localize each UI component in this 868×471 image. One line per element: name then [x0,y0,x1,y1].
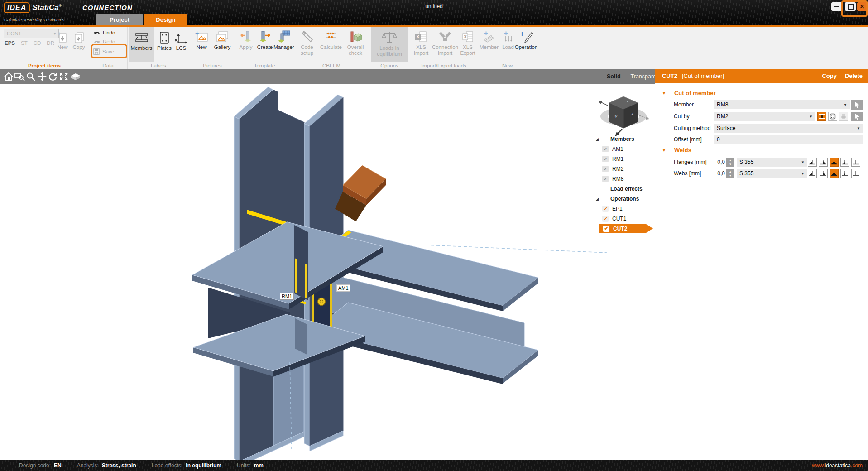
tree-item-rm8[interactable]: ✔RM8 [596,174,654,184]
home-view-button[interactable] [4,72,14,82]
webs-size-value[interactable]: 0,0 [714,169,725,178]
new-operation-button[interactable]: + Operation [516,28,537,50]
checkmark-icon[interactable]: ✔ [602,156,609,162]
tree-item-rm2[interactable]: ✔RM2 [596,164,654,174]
mode-st[interactable]: ST [21,40,28,46]
navigation-cube[interactable]: x +y z [594,87,653,138]
tree-item-ep1[interactable]: ✔EP1 [596,204,654,214]
spinner-down-icon[interactable]: ▼ [729,174,732,178]
member-pick-button[interactable] [851,100,863,110]
web-weld-type-left[interactable] [808,169,817,178]
spinner-down-icon[interactable]: ▼ [729,163,732,166]
redo-button[interactable]: Redo [93,37,115,46]
tree-item-cut2-selected[interactable]: ✔ CUT2 [596,224,654,234]
web-weld-type-both[interactable] [830,169,839,178]
cut-by-surface-toggle[interactable] [839,112,848,121]
restore-button[interactable] [845,2,856,11]
template-manager-button[interactable]: Manager [275,28,293,50]
flanges-stepper[interactable]: ▲▼ [726,158,734,167]
code-setup-button[interactable]: Code setup [296,28,318,56]
viewport-3d[interactable]: RM1 AM1 x +y z ◢ Members ✔AM1 ✔RM1 ✔RM2 … [0,84,655,460]
zoom-button[interactable] [26,72,36,82]
apply-template-button[interactable]: Apply [237,28,255,50]
connection-combo[interactable]: CON1▾ [4,29,59,38]
checkmark-icon[interactable]: ✔ [602,146,609,152]
model-label-rm1[interactable]: RM1 [280,293,294,300]
checkbox-checked-icon[interactable]: ✔ [603,226,609,232]
tree-group-load-effects[interactable]: Load effects [596,184,654,194]
website-link[interactable]: www.ideastatica.com [812,462,863,469]
cut-by-member-toggle[interactable] [817,112,826,121]
flanges-material-combo[interactable]: S 355▼ [737,158,807,167]
loads-in-equilibrium-toggle[interactable]: Loads in equilibrium [371,27,408,62]
tree-item-am1[interactable]: ✔AM1 [596,144,654,154]
close-button[interactable]: ✕ [857,2,867,11]
flange-weld-type-both[interactable] [830,158,839,167]
mode-eps[interactable]: EPS [5,40,15,46]
lcs-labels-button[interactable]: LCS [173,27,189,62]
create-template-button[interactable]: Create [256,28,274,50]
flange-weld-type-butt[interactable] [840,158,849,167]
flange-weld-type-none[interactable] [851,158,860,167]
delete-operation-button[interactable]: Delete [845,72,863,79]
web-weld-type-butt[interactable] [840,169,849,178]
checkmark-icon[interactable]: ✔ [602,216,609,222]
pan-button[interactable] [37,72,47,82]
plates-labels-button[interactable]: Plates [155,27,173,62]
save-button[interactable]: Save [93,47,114,56]
members-labels-button[interactable]: Members [129,27,154,62]
spinner-up-icon[interactable]: ▲ [729,170,732,173]
checkmark-icon[interactable]: ✔ [602,206,609,212]
selected-item-banner[interactable]: ✔ CUT2 [599,224,653,233]
tree-item-cut1[interactable]: ✔CUT1 [596,214,654,224]
gallery-button[interactable]: Gallery [211,28,233,50]
flange-weld-type-right[interactable] [819,158,828,167]
web-weld-type-right[interactable] [819,169,828,178]
checkmark-icon[interactable]: ✔ [602,176,609,182]
webs-stepper[interactable]: ▲▼ [726,169,734,178]
cut-by-pick-button[interactable] [851,112,863,121]
checkmark-icon[interactable]: ✔ [602,166,609,172]
section-cut-of-member[interactable]: ▼ Cut of member [662,90,716,96]
expand-triangle-icon[interactable]: ◢ [596,197,602,201]
minimize-button[interactable] [831,2,842,11]
tree-item-rm1[interactable]: ✔RM1 [596,154,654,164]
tab-project[interactable]: Project [96,14,143,25]
flanges-size-value[interactable]: 0,0 [714,158,725,167]
section-welds[interactable]: ▼ Welds [662,147,691,154]
tree-group-operations[interactable]: ◢ Operations [596,194,654,204]
member-combo[interactable]: RM8▼ [714,100,850,109]
webs-material-combo[interactable]: S 355▼ [737,169,807,178]
expand-triangle-icon[interactable]: ◢ [596,137,602,141]
model-label-am1[interactable]: AM1 [336,284,350,292]
mode-cd[interactable]: CD [34,40,41,46]
collapse-triangle-icon[interactable]: ▼ [662,91,666,96]
connection-import-button[interactable]: Connection Import [432,28,458,56]
solid-view-button[interactable] [70,72,82,82]
render-mode-solid[interactable]: Solid [607,73,621,80]
zoom-fit-button[interactable] [59,72,69,82]
new-member-button[interactable]: + Member [479,28,499,50]
offset-input[interactable]: 0 [714,135,863,144]
web-weld-type-none[interactable] [851,169,860,178]
rotate-button[interactable] [48,72,58,82]
tab-design[interactable]: Design [144,14,187,25]
overall-check-button[interactable]: Overall check [344,28,367,56]
copy-item-button[interactable]: Copy [71,28,87,50]
mode-dr[interactable]: DR [47,40,54,46]
cut-by-plate-toggle[interactable] [828,112,837,121]
calculate-button[interactable]: Calculate [319,28,343,50]
new-load-button[interactable]: + Load [500,28,516,50]
new-picture-button[interactable]: + New [192,28,211,50]
copy-operation-button[interactable]: Copy [822,72,837,79]
xls-import-button[interactable]: X XLS Import [411,28,432,56]
flange-weld-type-left[interactable] [808,158,817,167]
cut-by-combo[interactable]: RM2▼ [714,112,815,121]
zoom-window-button[interactable] [14,72,25,82]
new-item-button[interactable]: + New [54,28,71,50]
tree-group-members[interactable]: ◢ Members [596,134,654,144]
undo-button[interactable]: Undo [93,28,115,37]
xls-export-button[interactable]: X XLS Export [459,28,477,56]
collapse-triangle-icon[interactable]: ▼ [662,148,666,153]
spinner-up-icon[interactable]: ▲ [729,159,732,162]
